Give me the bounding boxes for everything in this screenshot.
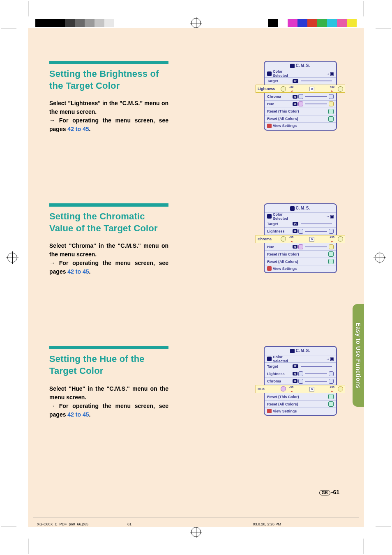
osd-label: Color Selected	[273, 69, 298, 78]
crop-mark	[1, 28, 16, 28]
osd-row-hue: Hue0	[265, 100, 336, 108]
color-swatch	[45, 19, 55, 27]
scale-zero: 0	[309, 87, 314, 91]
osd-value: R	[293, 79, 298, 83]
color-swatch	[55, 19, 65, 27]
color-swatch	[114, 19, 124, 27]
osd-scale: -30 ◄ 0 ► +30	[288, 86, 336, 92]
page-reference-link[interactable]: 42 to 45	[67, 126, 89, 132]
colorbar-grayscale	[35, 19, 124, 27]
color-swatch	[297, 19, 307, 27]
osd-slider	[305, 231, 327, 232]
enter-button-icon	[328, 116, 334, 122]
osd-row-color-selected: Color Selected→▣	[265, 70, 336, 77]
osd-row-chroma: Chroma0	[265, 93, 336, 100]
triangle-right-icon: ►	[331, 390, 334, 393]
osd-label: Hue	[267, 245, 293, 249]
triangle-left-icon: ◄	[290, 240, 293, 243]
section-heading: Setting the Chromatic Value of the Targe…	[49, 211, 168, 234]
osd-row-target: TargetR	[265, 77, 336, 85]
color-swatch	[317, 19, 327, 27]
cms-icon	[290, 64, 295, 68]
osd-slider	[301, 366, 332, 367]
section-hue: Setting the Hue of the Target Color Sele…	[49, 346, 337, 419]
view-icon	[267, 124, 272, 128]
osd-screenshot-chroma: C.M.S. Color Selected→▣ TargetR Lightnes…	[264, 203, 337, 273]
page-reference-link[interactable]: 42 to 45	[67, 268, 89, 275]
osd-row-chroma-highlighted: Chroma -30 ◄ 0 ► +30	[265, 235, 336, 243]
osd-label: Reset (All Colors)	[267, 117, 328, 121]
palette-icon	[267, 214, 272, 219]
osd-row-view-settings: View Settings	[265, 265, 336, 272]
color-swatch	[337, 19, 347, 27]
page-reference-link[interactable]: 42 to 45	[67, 411, 89, 418]
osd-label: Reset (All Colors)	[267, 260, 328, 264]
triangle-right-icon: ►	[331, 240, 334, 243]
osd-highlight-row: Lightness -30 ◄ 0 ► +30	[256, 85, 345, 93]
osd-label: Target	[267, 364, 293, 368]
body-suffix: .	[89, 411, 91, 418]
osd-label: View Settings	[273, 267, 334, 271]
color-swatch	[327, 19, 337, 27]
osd-label: Reset (All Colors)	[267, 402, 328, 406]
osd-slider	[305, 246, 327, 247]
crop-mark	[28, 1, 28, 16]
scale-zero: 0	[309, 387, 314, 391]
color-swatch	[278, 19, 288, 27]
nav-button-icon	[281, 386, 286, 391]
section-heading: Setting the Brightness of the Target Col…	[49, 68, 168, 92]
osd-row-reset-this: Reset (This Color)	[265, 250, 336, 258]
palette-icon	[267, 357, 272, 361]
osd-label: View Settings	[273, 124, 334, 128]
osd-row-target: TargetR	[265, 362, 336, 370]
nav-button-icon	[298, 101, 303, 106]
crop-mark	[28, 539, 28, 554]
enter-button-icon	[328, 109, 334, 114]
page-number-text: -61	[331, 489, 339, 495]
nav-button-icon	[298, 371, 303, 376]
osd-row-reset-this: Reset (This Color)	[265, 108, 336, 115]
nav-button-icon	[329, 101, 334, 106]
osd-row-lightness: Lightness0	[265, 227, 336, 235]
footer-filename: XG-C60X_E_PDF_p60_66.p65	[37, 522, 127, 526]
registration-mark-icon	[7, 253, 17, 263]
language-badge: GB	[319, 490, 330, 495]
triangle-left-icon: ◄	[290, 90, 293, 92]
osd-label: View Settings	[273, 409, 334, 413]
colorbar-process	[268, 19, 357, 27]
nav-button-icon	[329, 229, 334, 234]
footer: XG-C60X_E_PDF_p60_66.p65 61 03.8.28, 2:2…	[37, 522, 355, 526]
triangle-left-icon: ◄	[290, 390, 293, 393]
osd-label: Color Selected	[273, 355, 298, 363]
nav-button-icon	[338, 86, 343, 92]
section-brightness: Setting the Brightness of the Target Col…	[49, 61, 337, 134]
page-number: GB-61	[319, 489, 339, 495]
osd-label: Lightness	[267, 372, 293, 376]
crop-mark	[1, 527, 16, 527]
osd-label: Color Selected	[273, 212, 298, 221]
osd-title-text: C.M.S.	[296, 206, 311, 210]
enter-button-icon	[328, 401, 334, 407]
osd-title: C.M.S.	[265, 62, 336, 70]
body-prefix: Select "Lightness" in the "C.M.S." menu …	[49, 100, 168, 115]
osd-slider	[305, 104, 327, 104]
crop-mark	[364, 1, 364, 16]
color-swatch	[104, 19, 114, 27]
osd-label: Chroma	[267, 94, 293, 99]
osd-screenshot-hue: C.M.S. Color Selected→▣ TargetR Lightnes…	[264, 346, 337, 416]
osd-screenshot-lightness: C.M.S. Color Selected→▣ TargetR Lightnes…	[264, 61, 337, 131]
osd-row-reset-this: Reset (This Color)	[265, 393, 336, 400]
osd-slider	[305, 96, 327, 97]
color-swatch	[75, 19, 85, 27]
osd-slider	[305, 381, 327, 382]
osd-scale: -30 ◄ 0 ► +30	[288, 386, 336, 392]
heading-rule	[49, 346, 168, 349]
osd-title: C.M.S.	[265, 347, 336, 355]
scale-max: +30	[330, 236, 334, 239]
footer-datetime: 03.8.28, 2:26 PM	[253, 522, 281, 526]
scale-max: +30	[330, 85, 334, 88]
osd-value: 0	[293, 245, 297, 249]
osd-row-target: TargetR	[265, 220, 336, 227]
crop-mark	[364, 539, 364, 554]
osd-title-text: C.M.S.	[296, 63, 311, 68]
